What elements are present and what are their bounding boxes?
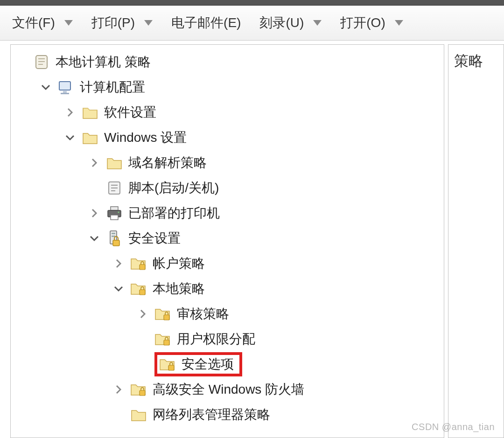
- dropdown-caret-icon: [395, 20, 403, 26]
- tree-node-scripts[interactable]: 脚本(启动/关机): [87, 175, 442, 201]
- tree-node-local-policies[interactable]: 本地策略: [112, 276, 442, 377]
- tree-node-software-settings[interactable]: 软件设置: [63, 100, 442, 125]
- chevron-right-icon[interactable]: [87, 158, 101, 167]
- folder-lock-icon: [130, 381, 147, 398]
- tree-label: 审核策略: [176, 305, 229, 323]
- script-icon: [106, 180, 123, 196]
- svg-rect-9: [63, 91, 67, 93]
- svg-point-18: [118, 211, 119, 213]
- svg-rect-24: [140, 290, 145, 295]
- tree-pane: 本地计算机 策略 计算机配置: [10, 44, 444, 438]
- chevron-right-icon[interactable]: [87, 209, 101, 218]
- tree-label: 安全选项: [181, 355, 234, 373]
- tree-node-user-rights[interactable]: 用户权限分配: [136, 327, 442, 352]
- chevron-right-icon[interactable]: [63, 108, 77, 117]
- scroll-icon: [33, 54, 50, 70]
- svg-rect-15: [111, 207, 118, 210]
- svg-rect-22: [113, 240, 119, 246]
- chevron-down-icon[interactable]: [112, 285, 126, 292]
- tree-node-account-policies[interactable]: 帐户策略: [112, 251, 442, 276]
- dropdown-caret-icon: [64, 20, 73, 26]
- chevron-right-icon[interactable]: [112, 385, 126, 394]
- tree-node-security-settings[interactable]: 安全设置: [87, 226, 442, 427]
- folder-lock-icon: [159, 356, 176, 373]
- tree-label: 脚本(启动/关机): [127, 179, 219, 197]
- menu-open-label: 打开(O): [340, 14, 385, 32]
- tree-node-deployed-printers[interactable]: 已部署的打印机: [87, 201, 442, 226]
- chevron-right-icon[interactable]: [136, 309, 150, 319]
- tree-label: 域名解析策略: [127, 154, 207, 172]
- folder-lock-icon: [130, 280, 147, 297]
- tree-label: 计算机配置: [79, 78, 145, 96]
- svg-rect-23: [140, 264, 145, 270]
- svg-rect-8: [59, 82, 70, 90]
- printer-icon: [106, 205, 123, 222]
- tree-node-network-list[interactable]: 网络列表管理器策略: [112, 402, 442, 427]
- tree-node-computer-config[interactable]: 计算机配置: [39, 75, 442, 427]
- tree-label: 已部署的打印机: [127, 204, 220, 222]
- dropdown-caret-icon: [144, 20, 153, 26]
- svg-rect-10: [61, 93, 69, 94]
- tree-label: 本地策略: [152, 280, 205, 298]
- folder-lock-icon: [154, 306, 171, 322]
- svg-rect-27: [168, 365, 174, 370]
- svg-rect-28: [140, 390, 145, 396]
- svg-rect-17: [111, 215, 118, 220]
- menu-email-label: 电子邮件(E): [171, 14, 241, 32]
- chevron-down-icon[interactable]: [39, 83, 53, 91]
- tree-label: 高级安全 Windows 防火墙: [152, 381, 304, 398]
- menu-burn[interactable]: 刻录(U): [257, 12, 324, 34]
- tree-node-security-options[interactable]: 安全选项: [136, 352, 442, 377]
- svg-rect-25: [164, 315, 169, 320]
- policy-tree: 本地计算机 策略 计算机配置: [14, 49, 442, 427]
- tree-label: 网络列表管理器策略: [152, 406, 270, 424]
- menu-open[interactable]: 打开(O): [337, 12, 406, 34]
- folder-lock-icon: [130, 255, 147, 272]
- tree-node-firewall[interactable]: 高级安全 Windows 防火墙: [112, 377, 442, 402]
- chevron-down-icon[interactable]: [87, 235, 101, 242]
- computer-icon: [57, 79, 74, 96]
- details-pane: 策略: [448, 44, 504, 438]
- tree-node-dns-policy[interactable]: 域名解析策略: [87, 150, 442, 175]
- folder-icon: [82, 129, 98, 146]
- menu-burn-label: 刻录(U): [259, 14, 304, 32]
- dropdown-caret-icon: [313, 20, 322, 26]
- menu-file[interactable]: 文件(F): [9, 12, 76, 34]
- tree-label: 软件设置: [103, 104, 156, 121]
- folder-icon: [106, 154, 123, 171]
- tree-label: Windows 设置: [103, 129, 187, 146]
- folder-icon: [82, 104, 98, 121]
- tree-label: 本地计算机 策略: [55, 53, 151, 71]
- tree-node-root[interactable]: 本地计算机 策略 计算机配置: [14, 49, 442, 427]
- menu-email[interactable]: 电子邮件(E): [168, 12, 244, 34]
- tree-label: 帐户策略: [152, 255, 205, 272]
- svg-rect-26: [164, 340, 169, 345]
- tree-label: 用户权限分配: [176, 330, 255, 348]
- chevron-down-icon[interactable]: [63, 134, 77, 141]
- window-title-bar: [0, 0, 504, 6]
- tree-label: 安全设置: [127, 229, 181, 247]
- details-header: 策略: [454, 51, 498, 71]
- menu-print[interactable]: 打印(P): [89, 12, 155, 34]
- content-area: 本地计算机 策略 计算机配置: [0, 41, 504, 438]
- folder-lock-icon: [154, 331, 171, 348]
- tree-node-audit-policy[interactable]: 审核策略: [136, 301, 442, 327]
- svg-rect-20: [112, 233, 115, 234]
- chevron-right-icon[interactable]: [112, 259, 126, 268]
- menu-file-label: 文件(F): [12, 14, 55, 32]
- svg-marker-2: [313, 20, 322, 26]
- svg-marker-0: [64, 20, 73, 26]
- svg-marker-1: [144, 20, 153, 26]
- svg-marker-3: [395, 20, 403, 26]
- security-server-icon: [106, 230, 123, 247]
- tree-node-windows-settings[interactable]: Windows 设置: [63, 125, 442, 427]
- menu-print-label: 打印(P): [91, 14, 135, 32]
- folder-icon: [130, 406, 147, 423]
- highlight-box: 安全选项: [154, 352, 242, 376]
- toolbar: 文件(F) 打印(P) 电子邮件(E) 刻录(U) 打开(O): [0, 6, 504, 41]
